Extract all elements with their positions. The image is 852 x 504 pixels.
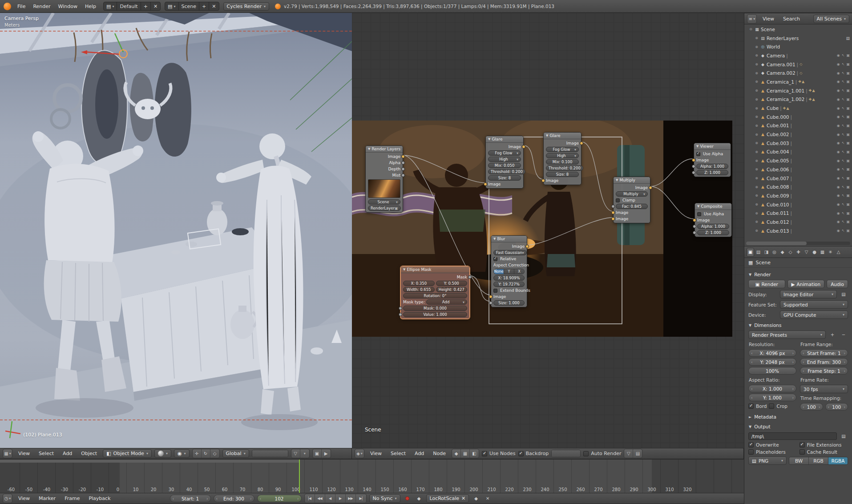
mask-value-field[interactable]: Mask: 0.000 [403, 306, 467, 311]
restrict-select-icon[interactable]: ↖ [842, 211, 845, 215]
item-label[interactable]: Cube.009 [767, 193, 789, 198]
viewer-node[interactable]: ▼Viewer Use Alpha Image Alpha: 1.000 Z: … [694, 143, 731, 177]
restrict-view-icon[interactable]: ◉ [837, 229, 840, 233]
render-engine-dropdown[interactable]: Cycles Render▾ [223, 2, 269, 11]
menu-view[interactable]: View [367, 450, 385, 457]
restrict-render-icon[interactable]: ▣ [846, 150, 850, 154]
restrict-view-icon[interactable]: ◉ [837, 185, 840, 189]
expand-toggle-icon[interactable]: ⊕ [754, 185, 759, 189]
render-presets-dropdown[interactable]: Render Presets▾ [748, 331, 826, 339]
item-label[interactable]: World [767, 44, 780, 49]
color-mode-rgb[interactable]: RGB [809, 457, 828, 464]
expand-toggle-icon[interactable]: ⊕ [754, 62, 759, 66]
mask-height-field[interactable]: Height: 0.427 [436, 287, 468, 292]
use-nodes-checkbox[interactable]: Use Nodes [482, 451, 516, 456]
keying-set-key-icon[interactable]: ◆ [415, 494, 424, 503]
z-field[interactable]: Z: 1.000 [696, 170, 728, 175]
expand-toggle-icon[interactable]: ⊕ [754, 229, 759, 233]
item-label[interactable]: Cube.004 [767, 149, 789, 154]
expand-toggle-icon[interactable]: ⊕ [754, 133, 759, 137]
remove-preset-button[interactable]: − [839, 331, 848, 339]
delete-screen-layout-button[interactable]: ✕ [151, 2, 160, 10]
composite-node[interactable]: ▼Composite Use Alpha Image Alpha: 1.000 … [695, 203, 732, 237]
editor-type-outliner-button[interactable]: ≡▾ [747, 14, 757, 24]
menu-file[interactable]: File [14, 3, 28, 10]
restrict-view-icon[interactable]: ◉ [837, 71, 840, 75]
audio-button[interactable]: Audio [827, 280, 848, 288]
item-label[interactable]: Cube.003 [767, 141, 789, 146]
item-label[interactable]: Cube.011 [767, 210, 789, 216]
restrict-select-icon[interactable]: ↖ [842, 229, 845, 233]
menu-add[interactable]: Add [412, 450, 427, 457]
restrict-view-icon[interactable]: ◉ [837, 106, 840, 110]
file-format-dropdown[interactable]: ▤PNG▾ [748, 456, 787, 465]
color-mode-bw[interactable]: BW [789, 457, 809, 464]
outliner-row[interactable]: ⊕ Cube.004 | ▤ ◉ ↖ ▣ [744, 148, 852, 157]
restrict-render-icon[interactable]: ▣ [846, 220, 850, 224]
snap-target-dropdown[interactable]: ▾ [300, 449, 309, 458]
properties-tab-icon[interactable]: ◇ [787, 248, 794, 257]
render-layer-select-field[interactable]: RenderLayer▣ [368, 206, 401, 211]
item-label[interactable]: Ceramica_1.002 [767, 97, 804, 102]
channel-alpha-button[interactable] [566, 450, 573, 457]
item-label[interactable]: Ceramica_1 [767, 79, 794, 85]
translate-manipulator-icon[interactable]: ✛ [193, 449, 202, 458]
clamp-checkbox[interactable] [616, 198, 620, 202]
device-dropdown[interactable]: GPU Compute▾ [780, 310, 848, 319]
playback-button[interactable]: ▶▶ [346, 494, 356, 503]
item-label[interactable]: Cube.005 [767, 158, 789, 163]
timeline-ruler[interactable]: -60-50-40-30-20-100102030405060708090100… [0, 460, 744, 493]
mask-width-field[interactable]: Width: 0.655 [403, 287, 435, 292]
outliner-row[interactable]: ⊕ Cube.010 | ▤ ◉ ↖ ▣ [744, 200, 852, 209]
resolution-x-field[interactable]: ‹X: 4096 px› [748, 349, 796, 357]
image-output-socket[interactable] [649, 186, 652, 190]
playback-button[interactable]: ▶ [335, 494, 346, 503]
outliner-row[interactable]: ⊕ Cube.007 | ▤ ◉ ↖ ▣ [744, 174, 852, 183]
menu-view[interactable]: View [15, 450, 33, 457]
outliner-row[interactable]: ⊕ Ceramica_1 | ✚▲ ▤ ◉ ↖ ▣ [744, 77, 852, 86]
3d-viewport-canvas[interactable]: Camera Persp Meters (102) Plane.013 [0, 13, 352, 448]
item-label[interactable]: Camera [767, 53, 785, 58]
restrict-render-icon[interactable]: ▣ [846, 106, 850, 110]
playback-button[interactable]: ▶| [356, 494, 366, 503]
outliner-row[interactable]: ⊕ RenderLayers | ▤ ◉ ↖ ▣ [744, 34, 852, 43]
restrict-select-icon[interactable]: ↖ [842, 97, 845, 101]
outliner-row[interactable]: ⊕ Cube.003 | ▤ ◉ ↖ ▣ [744, 139, 852, 148]
image-output-socket[interactable] [580, 141, 583, 145]
restrict-render-icon[interactable]: ▣ [846, 62, 850, 66]
relative-checkbox[interactable] [493, 257, 497, 261]
item-label[interactable]: Ceramica_1.001 [767, 88, 804, 93]
menu-render[interactable]: Render [30, 3, 53, 10]
color-mode-rgba[interactable]: RGBA [828, 457, 848, 464]
end-frame-field[interactable]: ‹ End: 300 › [214, 495, 254, 502]
item-label[interactable]: Camera.002 [767, 70, 795, 76]
outliner-row[interactable]: ⊕ Cube.012 | ▤ ◉ ↖ ▣ [744, 218, 852, 226]
expand-toggle-icon[interactable]: ⊕ [754, 167, 759, 171]
menu-marker[interactable]: Marker [36, 495, 59, 502]
restrict-render-icon[interactable]: ▣ [846, 53, 850, 57]
outliner-row[interactable]: ⊕ Cube.013 | ▤ ◉ ↖ ▣ [744, 226, 852, 235]
expand-toggle-icon[interactable]: ⊕ [754, 220, 759, 224]
properties-tab-icon[interactable]: ✳ [827, 248, 834, 257]
use-alpha-checkbox[interactable] [697, 212, 701, 216]
item-label[interactable]: Scene [761, 27, 775, 32]
start-frame-field[interactable]: ‹ Start: 1 › [170, 495, 211, 502]
restrict-select-icon[interactable]: ↖ [842, 53, 845, 57]
size-field[interactable]: Size: 1.000 [493, 300, 525, 306]
restrict-select-icon[interactable]: ↖ [842, 194, 845, 198]
restrict-select-icon[interactable]: ↖ [842, 185, 845, 189]
image-output-socket[interactable] [522, 145, 525, 149]
color-mode-toggle[interactable]: BW RGB RGBA [789, 457, 848, 465]
restrict-select-icon[interactable]: ↖ [842, 124, 845, 128]
node-header[interactable]: ▼Viewer [694, 143, 731, 150]
restrict-view-icon[interactable]: ◉ [837, 141, 840, 145]
expand-toggle-icon[interactable]: ⊕ [754, 141, 759, 145]
menu-add[interactable]: Add [60, 450, 75, 457]
feature-set-dropdown[interactable]: Supported▾ [780, 300, 848, 309]
outliner-row[interactable]: ⊕ Cube.001 | ▤ ◉ ↖ ▣ [744, 121, 852, 130]
image-input-socket[interactable] [541, 179, 545, 182]
restrict-render-icon[interactable]: ▣ [846, 159, 850, 163]
expand-toggle-icon[interactable]: ⊕ [754, 53, 759, 57]
mode-dropdown[interactable]: ◧ Object Mode ▾ [103, 449, 152, 458]
outliner-row[interactable]: ⊕ Camera.001 | ◇ ▤ ◉ ↖ ▣ [744, 60, 852, 69]
